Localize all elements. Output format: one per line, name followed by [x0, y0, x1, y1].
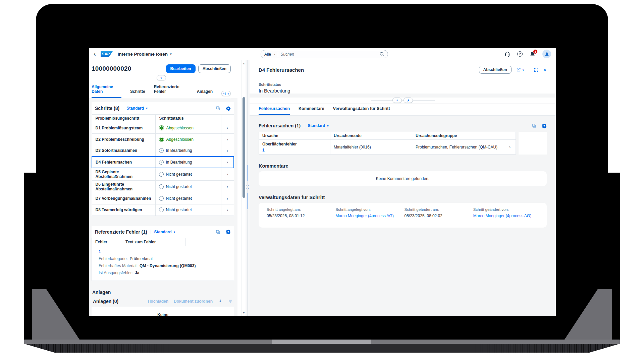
- laptop-grille-right: [475, 344, 619, 353]
- table-header-row: Fehler Text zum Fehler: [92, 238, 234, 246]
- causes-variant-select[interactable]: Standard ∨: [304, 123, 329, 128]
- chevron-down-icon: ∨: [160, 76, 162, 79]
- tab-allgemeine-daten[interactable]: Allgemeine Daten: [92, 82, 121, 98]
- assign-document-button[interactable]: Dokument zuordnen: [174, 299, 213, 304]
- share-icon: [516, 67, 521, 72]
- laptop-base: [25, 344, 619, 353]
- tab-anlagen[interactable]: Anlagen: [197, 87, 213, 98]
- table-row[interactable]: D1 Problemlösungsteam Abgeschlossen ›: [92, 122, 234, 134]
- settings-gear-icon[interactable]: [542, 123, 547, 128]
- step-complete-button[interactable]: Abschließen: [479, 66, 512, 74]
- status-not-started-icon: [159, 184, 164, 189]
- admin-field: Schritt angelegt am: 05/23/2025, 08:01:1…: [267, 207, 332, 223]
- tab-fehlerursachen[interactable]: Fehlerursachen: [259, 104, 290, 115]
- table-row[interactable]: D3 Sofortmaßnahmen »In Bearbeitung ›: [92, 145, 234, 157]
- user-link[interactable]: Marco Moeginger (4process AG): [335, 214, 401, 218]
- chevron-right-icon[interactable]: ›: [504, 140, 516, 155]
- notification-badge: 1: [533, 49, 538, 54]
- ref-errors-variant-select[interactable]: Standard ∨: [151, 230, 176, 234]
- settings-gear-icon[interactable]: [226, 106, 231, 111]
- download-icon[interactable]: [218, 299, 223, 304]
- laptop-deck: [24, 340, 620, 344]
- chevron-down-icon: ∨: [273, 53, 275, 56]
- settings-gear-icon[interactable]: [226, 229, 231, 234]
- app-title-menu[interactable]: Interne Probleme lösen ∨: [118, 52, 172, 57]
- share-menu-button[interactable]: ∨: [516, 67, 524, 72]
- splitter-accent-line: [247, 193, 248, 209]
- user-link[interactable]: Marco Moeginger (4process AG): [473, 214, 539, 218]
- status-not-started-icon: [159, 196, 164, 201]
- chevron-up-icon: ∧: [396, 99, 398, 102]
- complete-button[interactable]: Abschließen: [198, 64, 231, 73]
- table-row[interactable]: D6 Eingeführte Abstellmaßnahmen Nicht ge…: [92, 180, 234, 193]
- status-in-progress-icon: »: [159, 148, 164, 153]
- chevron-right-icon[interactable]: ›: [221, 204, 234, 216]
- table-row[interactable]: D8 Teamerfolg würdigen Nicht gestartet ›: [92, 204, 234, 216]
- upload-button[interactable]: Hochladen: [148, 299, 168, 304]
- scroll-up-arrow[interactable]: ▲: [242, 62, 246, 65]
- table-row-selected[interactable]: D4 Fehlerursachen »In Bearbeitung ›: [92, 157, 234, 168]
- table-row[interactable]: 1 Fehlerkategorie:Prüfmerkmal Fehlerhaft…: [92, 246, 234, 281]
- panel-splitter[interactable]: [246, 60, 250, 316]
- chevron-down-icon: ∨: [327, 124, 329, 127]
- chevron-down-icon: ∨: [146, 107, 148, 110]
- scrollbar-thumb[interactable]: [243, 97, 245, 198]
- copy-icon[interactable]: [532, 123, 536, 128]
- chevron-right-icon[interactable]: ›: [221, 193, 234, 204]
- chevron-right-icon[interactable]: ›: [221, 122, 234, 134]
- status-not-started-icon: [159, 207, 164, 212]
- admin-data-heading: Verwaltungsdaten für Schritt: [259, 195, 547, 200]
- edit-button[interactable]: Bearbeiten: [166, 64, 196, 73]
- page-title: 10000000020: [92, 65, 131, 72]
- user-avatar[interactable]: [542, 50, 551, 58]
- search-scope-select[interactable]: Alle: [264, 52, 271, 57]
- pin-icon: [407, 99, 410, 102]
- steps-variant-select[interactable]: Standard ∨: [123, 106, 148, 111]
- sap-logo: SAP: [101, 51, 113, 57]
- support-headset-icon[interactable]: [504, 51, 510, 57]
- copy-icon[interactable]: [216, 106, 220, 111]
- enter-fullscreen-icon[interactable]: [534, 68, 538, 72]
- tab-overflow-button[interactable]: +1 ∨: [221, 91, 231, 96]
- steps-table-toolbar: Schritte (8) Standard ∨: [92, 102, 234, 114]
- app-title: Interne Probleme lösen: [118, 52, 168, 57]
- chevron-right-icon[interactable]: ›: [221, 145, 234, 157]
- tab-referenzierte-fehler[interactable]: Referenzierte Fehler: [154, 82, 188, 98]
- chevron-right-icon[interactable]: ›: [221, 157, 234, 168]
- table-row[interactable]: D5 Geplante Abstellmaßnahmen Nicht gesta…: [92, 168, 234, 181]
- chevron-right-icon[interactable]: ›: [221, 168, 234, 181]
- status-success-icon: [159, 125, 164, 130]
- scroll-down-arrow[interactable]: ▼: [242, 311, 246, 314]
- object-page-content: Schritte (8) Standard ∨: [89, 98, 237, 316]
- table-row[interactable]: Oberflächenfehler 1 Materialfehler (0016…: [259, 140, 516, 155]
- copy-icon[interactable]: [216, 230, 220, 234]
- laptop-grille-left: [25, 344, 169, 353]
- tab-schritte[interactable]: Schritte: [130, 87, 145, 98]
- splitter-grip[interactable]: [246, 184, 249, 190]
- attachments-toolbar: Anlagen (0) Hochladen Dokument zuordnen: [92, 296, 234, 307]
- table-row[interactable]: D7 Vorbeugungsmaßnahmen Nicht gestartet …: [92, 193, 234, 204]
- causes-section-title: Fehlerursachen (1): [259, 123, 301, 128]
- search-icon[interactable]: [379, 52, 384, 57]
- chevron-right-icon[interactable]: ›: [221, 180, 234, 193]
- comments-heading: Kommentare: [259, 163, 547, 169]
- collapse-header-button[interactable]: ∨: [157, 75, 166, 80]
- chevron-down-icon: ∨: [173, 230, 176, 233]
- tab-verwaltungsdaten[interactable]: Verwaltungsdaten für Schritt: [333, 104, 390, 115]
- error-link[interactable]: 1: [99, 249, 101, 254]
- table-row[interactable]: D2 Problembeschreibung Abgeschlossen ›: [92, 134, 234, 145]
- tab-kommentare[interactable]: Kommentare: [299, 104, 324, 115]
- chevron-right-icon[interactable]: ›: [221, 134, 234, 145]
- search-bar[interactable]: Alle ∨: [261, 50, 388, 58]
- filter-icon[interactable]: [228, 299, 233, 304]
- close-icon[interactable]: ✕: [543, 67, 547, 72]
- search-input[interactable]: [280, 52, 377, 57]
- back-button[interactable]: ‹: [94, 51, 96, 57]
- help-icon[interactable]: ?: [517, 51, 523, 57]
- ref-errors-toolbar: Referenzierte Fehler (1) Standard ∨: [92, 226, 234, 238]
- collapse-header-button[interactable]: ∧: [392, 98, 402, 103]
- pin-header-button[interactable]: [404, 98, 413, 103]
- cause-link[interactable]: 1: [262, 148, 327, 153]
- notifications-bell-icon[interactable]: 1: [530, 51, 535, 57]
- ref-errors-table: Fehler Text zum Fehler 1 Fehlerkategorie…: [92, 238, 234, 281]
